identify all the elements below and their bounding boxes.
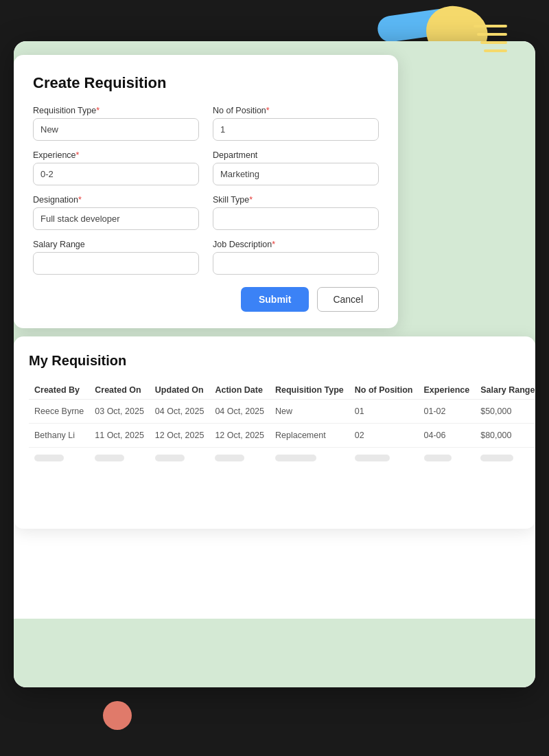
col-created-by: Created By (29, 381, 89, 400)
row2-no-of-position: 02 (349, 424, 419, 448)
create-requisition-card: Create Requisition Requisition Type* No … (14, 55, 398, 328)
row1-updated-on: 04 Oct, 2025 (150, 400, 210, 424)
no-of-position-input[interactable] (213, 118, 379, 141)
row2-updated-on: 12 Oct, 2025 (150, 424, 210, 448)
designation-label: Designation* (33, 195, 199, 205)
row1-created-by: Reece Byrne (29, 400, 89, 424)
row1-no-of-position: 01 (349, 400, 419, 424)
main-wrapper: Create Requisition Requisition Type* No … (14, 41, 535, 687)
experience-input[interactable] (33, 163, 199, 185)
form-actions: Submit Cancel (33, 287, 379, 312)
row2-created-on: 11 Oct, 2025 (89, 424, 150, 448)
requisition-type-field: Requisition Type* (33, 106, 199, 141)
skeleton-line (34, 455, 64, 461)
skill-type-field: Skill Type* (213, 195, 379, 230)
form-grid: Requisition Type* No of Position* Experi… (33, 106, 379, 275)
department-input[interactable] (213, 163, 379, 185)
table-row: Bethany Li 11 Oct, 2025 12 Oct, 2025 12 … (29, 424, 535, 448)
row1-salary-range: $50,000 (475, 400, 535, 424)
create-form-title: Create Requisition (33, 74, 379, 92)
col-salary-range: Salary Range (475, 381, 535, 400)
skeleton-line (480, 455, 513, 461)
department-label: Department (213, 150, 379, 160)
skeleton-line (424, 455, 452, 461)
table-header-row: Created By Created On Updated On Action … (29, 381, 535, 400)
requisition-table: Created By Created On Updated On Action … (29, 381, 535, 468)
row2-experience: 04-06 (419, 424, 476, 448)
row1-action-date: 04 Oct, 2025 (209, 400, 270, 424)
pink-dot-decoration (103, 701, 132, 730)
row2-action-date: 12 Oct, 2025 (209, 424, 270, 448)
designation-input[interactable] (33, 207, 199, 230)
col-action-date: Action Date (209, 381, 270, 400)
requisition-table-title: My Requisition (29, 353, 520, 369)
skeleton-line (155, 455, 185, 461)
row2-created-by: Bethany Li (29, 424, 89, 448)
row1-requisition-type: New (270, 400, 349, 424)
salary-range-input[interactable] (33, 252, 199, 275)
col-requisition-type: Requisition Type (270, 381, 349, 400)
requisition-type-label: Requisition Type* (33, 106, 199, 115)
no-of-position-field: No of Position* (213, 106, 379, 141)
designation-field: Designation* (33, 195, 199, 230)
salary-range-label: Salary Range (33, 240, 199, 249)
row2-requisition-type: Replacement (270, 424, 349, 448)
col-no-of-position: No of Position (349, 381, 419, 400)
col-created-on: Created On (89, 381, 150, 400)
col-updated-on: Updated On (150, 381, 210, 400)
bottom-green-section (14, 619, 535, 687)
salary-range-field: Salary Range (33, 240, 199, 275)
row1-experience: 01-02 (419, 400, 476, 424)
department-field: Department (213, 150, 379, 185)
submit-button[interactable]: Submit (241, 287, 309, 312)
skeleton-line (275, 455, 316, 461)
yellow-lines-decoration (471, 19, 509, 57)
requisition-type-input[interactable] (33, 118, 199, 141)
experience-label: Experience* (33, 150, 199, 160)
skeleton-line (355, 455, 390, 461)
skill-type-label: Skill Type* (213, 195, 379, 205)
cancel-button[interactable]: Cancel (317, 287, 379, 312)
row2-salary-range: $80,000 (475, 424, 535, 448)
experience-field: Experience* (33, 150, 199, 185)
my-requisition-card: My Requisition Created By Created On Upd… (14, 336, 535, 529)
skeleton-line (215, 455, 244, 461)
job-description-input[interactable] (213, 252, 379, 275)
row1-created-on: 03 Oct, 2025 (89, 400, 150, 424)
skeleton-line (95, 455, 124, 461)
table-row-skeleton (29, 448, 535, 469)
job-description-label: Job Description* (213, 240, 379, 249)
skill-type-input[interactable] (213, 207, 379, 230)
no-of-position-label: No of Position* (213, 106, 379, 115)
job-description-field: Job Description* (213, 240, 379, 275)
col-experience: Experience (419, 381, 476, 400)
table-row: Reece Byrne 03 Oct, 2025 04 Oct, 2025 04… (29, 400, 535, 424)
